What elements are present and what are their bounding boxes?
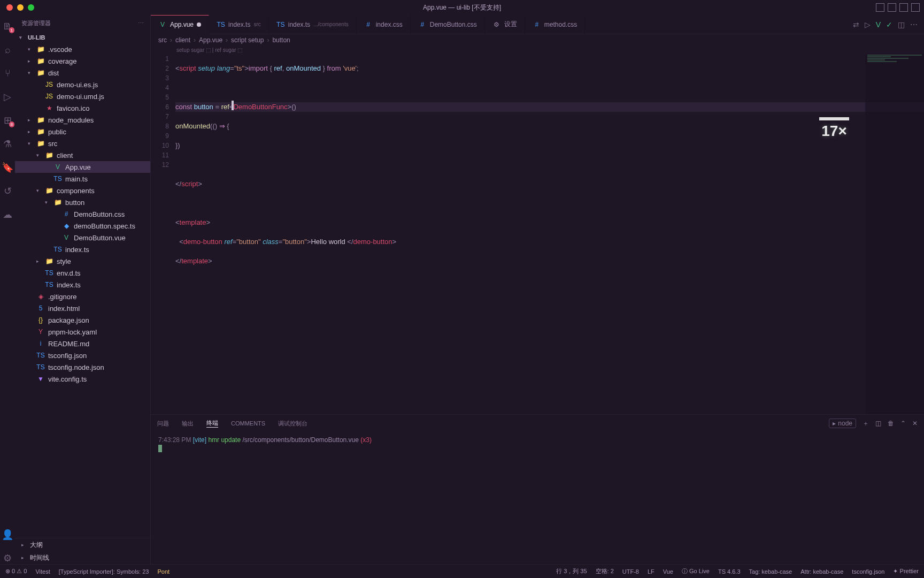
file-tree-item[interactable]: 5index.html: [15, 302, 150, 314]
file-tree-item[interactable]: ▸📁node_modules: [15, 114, 150, 126]
panel-tab[interactable]: 输出: [182, 420, 194, 428]
run-icon[interactable]: ▷: [865, 20, 871, 29]
file-tree-item[interactable]: #DemoButton.css: [15, 208, 150, 220]
close-window[interactable]: [6, 4, 13, 11]
history-icon[interactable]: ↺: [2, 185, 13, 197]
project-root[interactable]: ▾UI-LIB: [15, 32, 150, 43]
status-errors[interactable]: ⊗ 0 ⚠ 0: [5, 568, 27, 575]
editor-tab[interactable]: #index.css: [357, 15, 411, 34]
panel-tab[interactable]: COMMENTS: [231, 420, 265, 427]
status-tag-case[interactable]: Tag: kebab-case: [749, 568, 792, 575]
file-tree-item[interactable]: ▾📁dist: [15, 67, 150, 79]
file-tree-item[interactable]: ▾📁src: [15, 138, 150, 149]
file-tree-item[interactable]: iREADME.md: [15, 338, 150, 349]
editor-tab[interactable]: #method.css: [525, 15, 585, 34]
code-hints[interactable]: setup sugar ⬚ | ref sugar ⬚: [151, 46, 924, 54]
file-tree-item[interactable]: Ypnpm-lock.yaml: [15, 326, 150, 338]
file-tree-item[interactable]: VDemoButton.vue: [15, 232, 150, 244]
file-tree-item[interactable]: ◈.gitignore: [15, 291, 150, 302]
status-pont[interactable]: Pont: [157, 568, 170, 575]
search-icon[interactable]: ⌕: [2, 44, 13, 56]
editor-tab[interactable]: TSindex.tssrc: [209, 15, 269, 34]
file-tree-item[interactable]: ▾📁client: [15, 149, 150, 161]
file-tree-item[interactable]: TSindex.ts: [15, 244, 150, 255]
file-tree-item[interactable]: ▾📁button: [15, 196, 150, 208]
explorer-icon[interactable]: 🗎1: [2, 20, 13, 32]
breadcrumb-item[interactable]: App.vue: [199, 36, 222, 44]
status-ts-importer[interactable]: [TypeScript Importer]: Symbols: 23: [59, 568, 149, 575]
speed-overlay: 17×: [819, 117, 849, 140]
code-editor[interactable]: 123456789101112 <script setup lang="ts">…: [151, 54, 924, 414]
file-tree-item[interactable]: ▸📁public: [15, 126, 150, 138]
breadcrumb-item[interactable]: button: [272, 36, 290, 44]
testing-icon[interactable]: ⚗: [2, 138, 13, 150]
status-golive[interactable]: ⓘ Go Live: [682, 567, 710, 575]
bookmark-icon[interactable]: 🔖: [2, 162, 13, 173]
outline-section[interactable]: ▸大纲: [15, 538, 150, 551]
status-prettier[interactable]: ✦ Prettier: [893, 568, 919, 575]
account-icon[interactable]: 👤: [2, 529, 13, 541]
status-ts-version[interactable]: TS 4.6.3: [718, 568, 741, 575]
panel-tab[interactable]: 终端: [206, 419, 218, 428]
editor-tab[interactable]: TSindex.ts.../components: [269, 15, 357, 34]
breadcrumb-item[interactable]: src: [158, 36, 167, 44]
code-content[interactable]: <script setup lang="ts">import { ref, on…: [175, 54, 924, 414]
status-tsconfig[interactable]: tsconfig.json: [852, 568, 884, 575]
chevron-up-icon[interactable]: ⌃: [900, 420, 906, 427]
file-tree-item[interactable]: TStsconfig.node.json: [15, 361, 150, 373]
breadcrumb-item[interactable]: script setup: [231, 36, 264, 44]
more-icon[interactable]: ⋯: [910, 20, 918, 29]
split-terminal-icon[interactable]: ◫: [875, 420, 881, 427]
sidebar-more-icon[interactable]: ⋯: [138, 20, 144, 27]
file-tree-item[interactable]: TSindex.ts: [15, 279, 150, 291]
file-tree-item[interactable]: ▼vite.config.ts: [15, 373, 150, 385]
terminal-output[interactable]: 7:43:28 PM [vite] hmr update /src/compon…: [151, 432, 924, 564]
status-spaces[interactable]: 空格: 2: [596, 567, 614, 575]
cloud-icon[interactable]: ☁: [2, 209, 13, 220]
vue-icon[interactable]: V: [876, 20, 881, 29]
source-control-icon[interactable]: ⑂: [2, 67, 13, 79]
extensions-icon[interactable]: ⊞8: [2, 115, 13, 126]
file-tree[interactable]: ▾📁.vscode▸📁coverage▾📁distJSdemo-ui.es.js…: [15, 43, 150, 538]
layout-controls[interactable]: [876, 3, 920, 12]
file-tree-item[interactable]: ★favicon.ico: [15, 102, 150, 114]
file-tree-item[interactable]: TSmain.ts: [15, 173, 150, 185]
file-tree-item[interactable]: ▾📁.vscode: [15, 43, 150, 55]
status-cursor-pos[interactable]: 行 3，列 35: [556, 567, 587, 575]
file-tree-item[interactable]: {}package.json: [15, 314, 150, 326]
status-language[interactable]: Vue: [663, 568, 673, 575]
status-encoding[interactable]: UTF-8: [622, 568, 639, 575]
vitest-icon[interactable]: ✓: [886, 20, 892, 29]
panel-tab[interactable]: 问题: [157, 420, 169, 428]
run-debug-icon[interactable]: ▷: [2, 91, 13, 103]
status-attr-case[interactable]: Attr: kebab-case: [800, 568, 843, 575]
minimap[interactable]: [865, 54, 924, 414]
editor-tab[interactable]: VApp.vue: [151, 15, 209, 34]
breadcrumb[interactable]: src›client›App.vue›script setup›button: [151, 34, 924, 46]
file-tree-item[interactable]: JSdemo-ui.umd.js: [15, 90, 150, 102]
timeline-section[interactable]: ▸时间线: [15, 551, 150, 564]
editor-tab[interactable]: #DemoButton.css: [411, 15, 485, 34]
file-tree-item[interactable]: ◆demoButton.spec.ts: [15, 220, 150, 232]
settings-icon[interactable]: ⚙: [2, 552, 13, 564]
terminal-selector[interactable]: ▸ node: [829, 419, 856, 428]
compare-icon[interactable]: ⇄: [853, 20, 859, 29]
file-tree-item[interactable]: ▾📁components: [15, 185, 150, 196]
status-eol[interactable]: LF: [648, 568, 654, 575]
split-editor-icon[interactable]: ◫: [898, 20, 905, 29]
breadcrumb-item[interactable]: client: [175, 36, 190, 44]
status-vitest[interactable]: Vitest: [35, 568, 50, 575]
file-tree-item[interactable]: TStsconfig.json: [15, 349, 150, 361]
file-tree-item[interactable]: ▸📁style: [15, 255, 150, 267]
panel-tab[interactable]: 调试控制台: [278, 420, 307, 428]
editor-tab[interactable]: ⚙设置: [485, 15, 525, 34]
new-terminal-icon[interactable]: ＋: [863, 419, 869, 428]
file-tree-item[interactable]: VApp.vue: [15, 161, 150, 173]
file-tree-item[interactable]: TSenv.d.ts: [15, 267, 150, 279]
maximize-window[interactable]: [28, 4, 34, 11]
file-tree-item[interactable]: ▸📁coverage: [15, 55, 150, 67]
close-panel-icon[interactable]: ✕: [912, 420, 918, 427]
minimize-window[interactable]: [17, 4, 24, 11]
file-tree-item[interactable]: JSdemo-ui.es.js: [15, 79, 150, 90]
trash-icon[interactable]: 🗑: [888, 420, 894, 427]
